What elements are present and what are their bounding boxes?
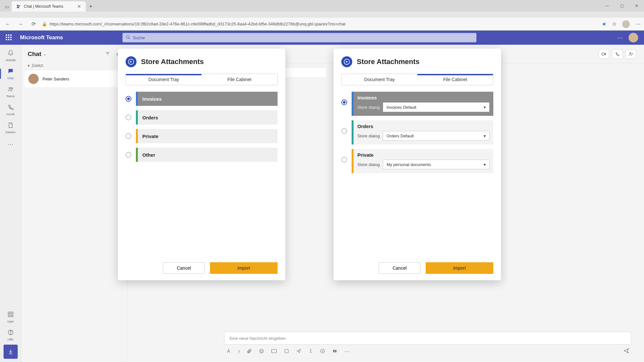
cabinet-option-invoices[interactable]: Invoices Store dialog Invoices Default ▾: [341, 92, 493, 116]
sticker-icon[interactable]: [284, 348, 289, 355]
store-attachments-dialog-cabinet: Store Attachments Document Tray File Cab…: [334, 49, 501, 280]
forward-button[interactable]: →: [16, 20, 25, 29]
approvals-icon[interactable]: [320, 348, 325, 355]
docuware-logo-icon: [341, 56, 352, 67]
tray-option-other[interactable]: Other: [126, 148, 278, 162]
chat-list-title: Chat: [28, 51, 41, 58]
close-tab-icon[interactable]: ✕: [77, 4, 81, 9]
cabinet-option-orders[interactable]: Orders Store dialog Orders Default ▾: [341, 120, 493, 144]
priority-icon[interactable]: !: [238, 349, 240, 354]
browser-menu-icon[interactable]: ⋯: [636, 21, 641, 27]
tray-option-orders[interactable]: Orders: [126, 110, 278, 125]
attach-icon[interactable]: [247, 348, 252, 355]
audio-call-button[interactable]: [612, 49, 623, 59]
cancel-button[interactable]: Cancel: [163, 262, 205, 274]
svg-point-12: [10, 334, 11, 334]
address-bar: ← → ⟳ 🔒 https://teams.microsoft.com/_#/c…: [0, 18, 644, 31]
filter-icon[interactable]: [105, 51, 110, 57]
teams-header: Microsoft Teams Suche ⋯: [0, 31, 644, 45]
rail-help[interactable]: Hilfe: [2, 327, 20, 343]
radio-button[interactable]: [126, 133, 131, 139]
rail-files[interactable]: Dateien: [2, 119, 20, 136]
settings-more-icon[interactable]: ⋯: [618, 35, 623, 41]
svg-rect-24: [285, 349, 289, 353]
refresh-button[interactable]: ⟳: [29, 20, 38, 29]
chat-list-item[interactable]: Peter Sanders: [24, 70, 124, 87]
store-dialog-select[interactable]: My personal documents ▾: [383, 160, 489, 169]
radio-button[interactable]: [341, 99, 347, 105]
format-icon[interactable]: [226, 348, 231, 355]
svg-point-1: [19, 5, 20, 6]
radio-button[interactable]: [341, 128, 347, 134]
svg-rect-8: [11, 312, 13, 314]
maximize-button[interactable]: ▢: [614, 0, 629, 12]
compose-more-icon[interactable]: ⋯: [345, 348, 349, 354]
store-dialog-select[interactable]: Invoices Default ▾: [383, 102, 489, 112]
radio-button[interactable]: [341, 157, 347, 162]
cabinet-option-private[interactable]: Private Store dialog My personal documen…: [341, 149, 493, 173]
radio-button[interactable]: [126, 152, 131, 158]
chevron-down-icon[interactable]: ⌄: [43, 52, 46, 56]
rail-chat[interactable]: Chat: [2, 65, 20, 82]
extension-icon[interactable]: [332, 348, 337, 355]
store-dialog-select[interactable]: Orders Default ▾: [383, 131, 489, 141]
segment-control: Document Tray File Cabinet: [341, 74, 493, 85]
import-button[interactable]: Import: [426, 262, 493, 274]
contact-name: Peter Sanders: [43, 77, 69, 81]
caret-icon: ▾: [28, 63, 30, 68]
import-button[interactable]: Import: [210, 262, 278, 274]
browser-chrome: ▭ Chat | Microsoft Teams ✕ + — ▢ ✕: [0, 0, 644, 18]
tab-file-cabinet[interactable]: File Cabinet: [417, 74, 493, 85]
tray-option-private[interactable]: Private: [126, 129, 278, 143]
app-body: Aktivität Chat Teams Anrufe Dateien: [0, 45, 644, 362]
cancel-button[interactable]: Cancel: [379, 262, 421, 274]
chat-list-panel: Chat ⌄ ▾ Zuletzt Peter Sanders: [21, 45, 128, 362]
favorite-icon[interactable]: ★: [602, 21, 606, 27]
video-call-button[interactable]: [598, 49, 609, 59]
svg-point-21: [261, 350, 261, 351]
message-input[interactable]: Eine neue Nachricht eingeben: [224, 332, 631, 345]
tab-document-tray[interactable]: Document Tray: [342, 74, 417, 85]
share-icon[interactable]: [296, 348, 301, 355]
close-window-button[interactable]: ✕: [629, 0, 644, 12]
svg-point-5: [9, 87, 11, 89]
browser-tab[interactable]: Chat | Microsoft Teams ✕: [12, 1, 86, 12]
tab-document-tray[interactable]: Document Tray: [126, 74, 202, 85]
tab-strip: ▭ Chat | Microsoft Teams ✕ + — ▢ ✕: [0, 0, 644, 12]
back-button[interactable]: ←: [3, 20, 12, 29]
radio-button[interactable]: [126, 115, 131, 120]
url-field[interactable]: 🔒 https://teams.microsoft.com/_#/convers…: [42, 22, 346, 26]
rail-calls[interactable]: Anrufe: [2, 101, 20, 118]
search-input[interactable]: Suche: [122, 33, 477, 42]
emoji-icon[interactable]: [259, 348, 264, 355]
favorites-bar-icon[interactable]: ✩: [612, 21, 616, 27]
tab-file-cabinet[interactable]: File Cabinet: [202, 74, 277, 85]
profile-avatar[interactable]: [622, 20, 630, 28]
search-placeholder: Suche: [133, 35, 145, 40]
segment-control: Document Tray File Cabinet: [126, 74, 278, 85]
praise-icon[interactable]: [308, 348, 313, 355]
send-button[interactable]: [623, 348, 629, 355]
contact-avatar: [28, 74, 39, 84]
dropdown-caret-icon: ▾: [484, 162, 486, 167]
rail-download-button[interactable]: [4, 345, 18, 359]
chat-fragment: of the hotel invo r ⋯: [291, 67, 327, 92]
app-launcher-icon[interactable]: [6, 34, 12, 41]
compose-area: Eine neue Nachricht eingeben ! ⋯: [224, 332, 631, 355]
rail-apps[interactable]: Apps: [2, 309, 20, 325]
minimize-button[interactable]: —: [600, 0, 614, 12]
radio-button[interactable]: [126, 96, 131, 102]
rail-activity[interactable]: Aktivität: [2, 47, 20, 64]
gif-icon[interactable]: [271, 348, 277, 355]
phone-icon: [7, 104, 14, 112]
new-tab-button[interactable]: +: [86, 1, 96, 12]
user-avatar[interactable]: [629, 33, 638, 42]
app-rail: Aktivität Chat Teams Anrufe Dateien: [0, 45, 21, 362]
add-people-button[interactable]: [625, 49, 636, 59]
rail-more-icon[interactable]: ⋯: [8, 137, 14, 151]
rail-teams[interactable]: Teams: [2, 83, 20, 100]
recent-label[interactable]: ▾ Zuletzt: [21, 62, 127, 69]
tab-actions-icon[interactable]: ▭: [2, 2, 12, 12]
chat-icon: [7, 68, 14, 76]
tray-option-invoices[interactable]: Invoices: [126, 92, 278, 106]
